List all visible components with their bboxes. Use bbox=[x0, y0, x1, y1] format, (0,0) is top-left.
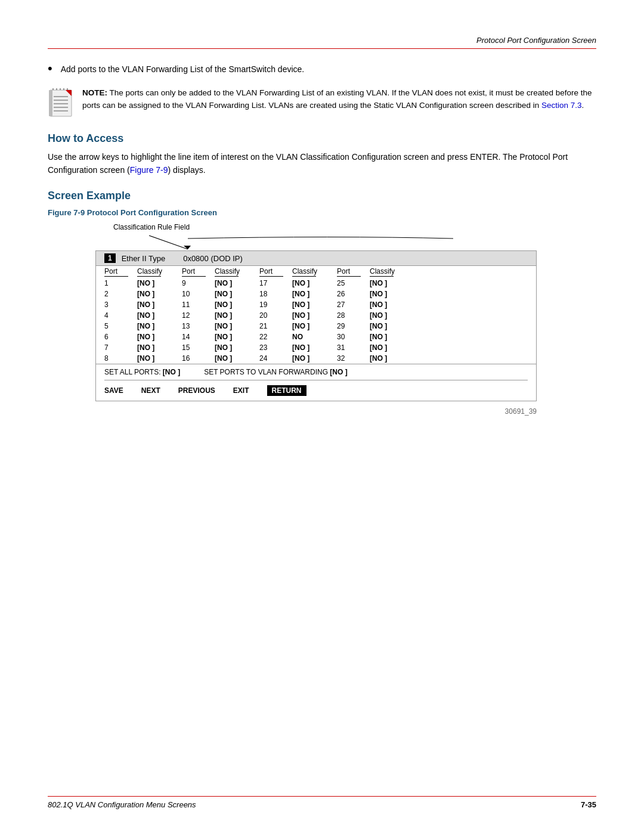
footer-right: 7-35 bbox=[581, 800, 596, 809]
data-cell: 23 bbox=[259, 342, 292, 353]
note-text: The ports can only be added to the VLAN … bbox=[82, 88, 592, 110]
data-cell: 31 bbox=[337, 342, 370, 353]
data-cell: 24 bbox=[259, 353, 292, 364]
data-cell: 28 bbox=[337, 310, 370, 321]
data-cell: [NO ] bbox=[370, 321, 414, 332]
nav-save: SAVE bbox=[104, 386, 123, 395]
data-cell: [NO ] bbox=[137, 299, 182, 310]
col-header-port3: Port bbox=[259, 267, 292, 278]
svg-marker-14 bbox=[184, 246, 191, 249]
data-cell: [NO ] bbox=[292, 278, 337, 289]
col-header-classify1: Classify bbox=[137, 267, 182, 278]
data-cell: [NO ] bbox=[370, 278, 414, 289]
data-cell: [NO ] bbox=[215, 332, 259, 342]
data-cell: [NO ] bbox=[215, 321, 259, 332]
header-title: Protocol Port Configuration Screen bbox=[476, 36, 596, 45]
data-cell: [NO ] bbox=[292, 353, 337, 364]
nav-divider bbox=[104, 380, 528, 380]
data-cell: [NO ] bbox=[137, 321, 182, 332]
data-cell: [NO ] bbox=[370, 299, 414, 310]
data-cell: [NO ] bbox=[137, 278, 182, 289]
col-header-classify3: Classify bbox=[292, 267, 337, 278]
how-to-access-heading: How to Access bbox=[48, 132, 596, 145]
data-cell: 32 bbox=[337, 353, 370, 364]
data-cell: 7 bbox=[104, 342, 137, 353]
col-header-port2: Port bbox=[182, 267, 215, 278]
data-cell: [NO ] bbox=[215, 299, 259, 310]
how-to-access-after: ) displays. bbox=[168, 165, 206, 175]
data-cell: 15 bbox=[182, 342, 215, 353]
data-cell: NO bbox=[292, 332, 337, 342]
data-cell: [NO ] bbox=[215, 342, 259, 353]
data-cell: [NO ] bbox=[215, 278, 259, 289]
data-cell: 10 bbox=[182, 289, 215, 299]
data-cell: [NO ] bbox=[292, 321, 337, 332]
data-cell: [NO ] bbox=[137, 342, 182, 353]
data-cell: [NO ] bbox=[370, 332, 414, 342]
nav-next: NEXT bbox=[141, 386, 160, 395]
data-cell: 6 bbox=[104, 332, 137, 342]
data-cell: [NO ] bbox=[137, 332, 182, 342]
footer-left: 802.1Q VLAN Configuration Menu Screens bbox=[48, 800, 196, 809]
data-cell: 21 bbox=[259, 321, 292, 332]
data-grid: 1[NO ]9[NO ]17[NO ]25[NO ]2[NO ]10[NO ]1… bbox=[96, 278, 536, 364]
note-box: NOTE: The ports can only be added to the… bbox=[48, 87, 596, 118]
data-cell: [NO ] bbox=[292, 299, 337, 310]
data-cell: 4 bbox=[104, 310, 137, 321]
bullet-section: • Add ports to the VLAN Forwarding List … bbox=[48, 63, 596, 76]
data-cell: [NO ] bbox=[137, 310, 182, 321]
data-cell: 3 bbox=[104, 299, 137, 310]
data-cell: 20 bbox=[259, 310, 292, 321]
screen-header-type: Ether II Type bbox=[122, 254, 165, 263]
data-cell: [NO ] bbox=[370, 310, 414, 321]
data-cell: 22 bbox=[259, 332, 292, 342]
data-cell: 16 bbox=[182, 353, 215, 364]
nav-previous: PREVIOUS bbox=[178, 386, 215, 395]
screen-header-num: 1 bbox=[104, 253, 116, 263]
data-cell: 11 bbox=[182, 299, 215, 310]
col-header-port4: Port bbox=[337, 267, 370, 278]
data-cell: 5 bbox=[104, 321, 137, 332]
data-cell: [NO ] bbox=[215, 310, 259, 321]
data-cell: [NO ] bbox=[292, 342, 337, 353]
data-cell: 9 bbox=[182, 278, 215, 289]
set-all-ports: SET ALL PORTS: [NO ] bbox=[104, 368, 180, 376]
figure-link[interactable]: Figure 7-9 bbox=[130, 165, 168, 175]
screen-bottom: SET ALL PORTS: [NO ] SET PORTS TO VLAN F… bbox=[96, 364, 536, 401]
bullet-item: • Add ports to the VLAN Forwarding List … bbox=[48, 63, 596, 76]
data-cell: [NO ] bbox=[137, 289, 182, 299]
page-header: Protocol Port Configuration Screen bbox=[48, 36, 596, 49]
data-cell: 25 bbox=[337, 278, 370, 289]
col-header-classify4: Classify bbox=[370, 267, 414, 278]
bullet-text: Add ports to the VLAN Forwarding List of… bbox=[61, 63, 305, 76]
arrow-diagram bbox=[95, 233, 537, 250]
nav-bar: SAVE NEXT PREVIOUS EXIT RETURN bbox=[104, 383, 528, 397]
set-ports-vlan: SET PORTS TO VLAN FORWARDING [NO ] bbox=[204, 368, 347, 376]
svg-rect-11 bbox=[49, 90, 52, 116]
note-icon bbox=[48, 87, 74, 118]
col-headers: Port Classify Port Classify Port Classif… bbox=[96, 266, 536, 278]
bullet-dot: • bbox=[48, 61, 52, 76]
screen-header-hex: 0x0800 (DOD IP) bbox=[183, 254, 243, 263]
data-cell: [NO ] bbox=[137, 353, 182, 364]
data-cell: [NO ] bbox=[370, 289, 414, 299]
data-cell: 27 bbox=[337, 299, 370, 310]
nav-return[interactable]: RETURN bbox=[267, 385, 306, 396]
data-cell: [NO ] bbox=[215, 289, 259, 299]
data-cell: 29 bbox=[337, 321, 370, 332]
col-header-port1: Port bbox=[104, 267, 137, 278]
svg-rect-5 bbox=[50, 90, 72, 116]
col-header-classify2: Classify bbox=[215, 267, 259, 278]
set-all-row: SET ALL PORTS: [NO ] SET PORTS TO VLAN F… bbox=[104, 368, 528, 376]
figure-id: 30691_39 bbox=[95, 407, 537, 416]
data-cell: 13 bbox=[182, 321, 215, 332]
page-container: Protocol Port Configuration Screen • Add… bbox=[0, 0, 644, 833]
data-cell: 14 bbox=[182, 332, 215, 342]
data-cell: [NO ] bbox=[215, 353, 259, 364]
clf-label: Classification Rule Field bbox=[113, 223, 596, 231]
note-label: NOTE: bbox=[82, 88, 107, 97]
data-cell: 1 bbox=[104, 278, 137, 289]
note-content: NOTE: The ports can only be added to the… bbox=[82, 87, 596, 112]
note-link[interactable]: Section 7.3 bbox=[541, 101, 582, 110]
data-cell: 12 bbox=[182, 310, 215, 321]
